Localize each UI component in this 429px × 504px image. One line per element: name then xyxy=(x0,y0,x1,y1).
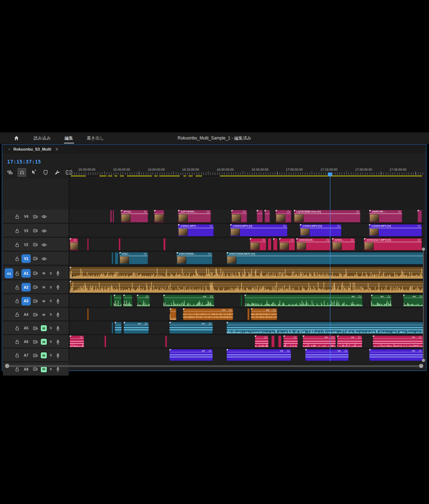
track-target-V1[interactable]: V1 xyxy=(21,254,31,263)
clip-A6-3[interactable]: fx xyxy=(255,336,268,347)
clip-DSCF0005[interactable]: DSCF0005...fx xyxy=(177,252,212,264)
hscroll-right-knob[interactable] xyxy=(419,364,423,368)
mute-button-A2[interactable]: M xyxy=(41,284,47,290)
mute-button-A1[interactable]: M xyxy=(41,270,47,277)
clip-V4-7[interactable] xyxy=(265,210,270,222)
track-target-V2[interactable]: V2 xyxy=(21,240,31,249)
track-lock-icon[interactable] xyxy=(15,285,19,290)
track-lock-icon[interactable] xyxy=(15,339,19,344)
sequence-tab[interactable]: Rokuonbu_S3_Multi xyxy=(14,147,51,151)
sync-lock-icon[interactable] xyxy=(33,285,38,289)
voiceover-mic-icon[interactable] xyxy=(56,271,60,276)
clip-A4-4[interactable]: ◄►fx xyxy=(251,308,277,320)
track-target-A6[interactable]: A6 xyxy=(21,338,31,346)
solo-button-A1[interactable]: S xyxy=(50,271,52,275)
clip-A5-2[interactable]: ◄►fx xyxy=(124,322,149,334)
clip-A3-6[interactable]: ◄►fx1 xyxy=(245,295,363,307)
clip-DSCF0006-MOV-V[interactable]: DSCF0006.MOV [V] xyxy=(227,252,424,264)
track-visibility-eye-icon[interactable] xyxy=(41,257,47,261)
track-lock-icon[interactable] xyxy=(15,353,19,358)
track-target-A2[interactable]: A2 xyxy=(21,283,31,292)
clip-A3-2[interactable]: 1 xyxy=(123,295,132,307)
track-lock-icon[interactable] xyxy=(15,256,19,261)
clip-C0005-MP4-V[interactable]: C0005.MP4 [V]fx xyxy=(369,224,422,236)
panel-menu-icon[interactable]: ≡ xyxy=(55,147,58,152)
clip-A3-1[interactable]: 1 xyxy=(114,295,122,307)
clip-A6-2[interactable] xyxy=(165,336,167,347)
mute-button-A4[interactable]: M xyxy=(41,312,47,318)
nav-edit[interactable]: 編集 xyxy=(64,133,74,143)
home-icon[interactable] xyxy=(14,135,19,141)
mute-button-A7[interactable]: M xyxy=(41,352,47,358)
source-patch-A1[interactable]: A1 xyxy=(5,268,13,278)
vscroll-bar[interactable] xyxy=(423,250,424,360)
mute-button-A6[interactable]: M xyxy=(41,339,47,345)
clip-A6-6[interactable]: fx xyxy=(283,336,298,347)
solo-button-A7[interactable]: S xyxy=(50,353,52,357)
sync-lock-icon[interactable] xyxy=(33,256,38,261)
sync-lock-icon[interactable] xyxy=(33,299,38,303)
track-lock-icon[interactable] xyxy=(15,214,19,219)
clip-DSC[interactable]: DSC..fx xyxy=(119,252,148,264)
clip-A5-3[interactable]: ◄►fx xyxy=(169,322,213,334)
nav-import[interactable]: 読み込み xyxy=(33,133,52,143)
clip-A6-5[interactable] xyxy=(278,336,281,347)
clip-A5-0[interactable] xyxy=(112,322,113,334)
voiceover-mic-icon[interactable] xyxy=(56,312,60,317)
mute-button-A5[interactable]: M xyxy=(41,325,47,331)
playhead-timecode[interactable]: 17:15:37:15 xyxy=(7,159,41,165)
clip-V2-2[interactable] xyxy=(119,238,120,250)
clip-A3-3[interactable]: fx1 xyxy=(137,295,150,307)
clip-V2-3[interactable] xyxy=(163,238,166,250)
solo-button-A5[interactable]: S xyxy=(50,326,52,330)
clip-V2-0[interactable]: fx xyxy=(70,238,78,250)
track-lock-icon[interactable] xyxy=(15,326,19,331)
clip-A3-7[interactable]: ◄►fx xyxy=(371,295,391,307)
solo-button-A4[interactable]: S xyxy=(50,313,52,316)
sync-lock-icon[interactable] xyxy=(33,243,38,247)
hscroll-left-knob[interactable] xyxy=(5,364,9,368)
clip-A6-7[interactable]: ◄►fx xyxy=(303,336,336,347)
voiceover-mic-icon[interactable] xyxy=(56,285,60,290)
clip-A3-0[interactable] xyxy=(110,295,112,307)
sync-lock-icon[interactable] xyxy=(33,229,38,233)
clip-A7-3[interactable]: ◄►fx xyxy=(369,349,423,361)
clip-A7-2[interactable]: ◄►fx xyxy=(305,349,349,361)
clip-JFGU[interactable]: JFGU..fx xyxy=(121,210,148,222)
snap-toggle-icon[interactable] xyxy=(18,168,26,177)
clip-A7-1[interactable]: ◄►fx xyxy=(227,349,291,361)
clip-V2-7[interactable]: fx xyxy=(279,238,295,250)
clip-A6-8[interactable]: ◄►fx xyxy=(337,336,362,347)
clip-A5-4[interactable] xyxy=(227,322,424,334)
clip-A4-1[interactable] xyxy=(170,308,176,320)
clip-V4-6[interactable] xyxy=(257,210,263,222)
track-lock-icon[interactable] xyxy=(15,299,19,303)
clip-A3-4[interactable]: ◄►fx1 xyxy=(163,295,214,307)
clip-V4-3[interactable] xyxy=(154,210,164,222)
clip-GX01[interactable]: GX01..fx xyxy=(332,238,355,250)
track-target-V3[interactable]: V3 xyxy=(21,226,31,235)
track-target-A3[interactable]: A3 xyxy=(21,297,31,305)
clip-V2-6[interactable] xyxy=(273,238,277,250)
solo-button-A3[interactable]: S xyxy=(50,299,52,303)
track-lock-icon[interactable] xyxy=(15,229,19,233)
horizontal-zoom-scrollbar[interactable] xyxy=(5,363,423,369)
clip-V4-11[interactable] xyxy=(418,210,422,222)
sync-lock-icon[interactable] xyxy=(33,340,38,344)
clip-GX010115[interactable]: GX010115..fx xyxy=(296,238,331,250)
track-visibility-eye-icon[interactable] xyxy=(41,243,47,247)
playhead-line[interactable] xyxy=(330,177,330,361)
track-lock-icon[interactable] xyxy=(15,243,19,247)
clip-V2-4[interactable]: fx xyxy=(250,238,266,250)
track-lock-icon[interactable] xyxy=(15,271,19,276)
clip-A6-1[interactable] xyxy=(104,336,106,347)
clip-JWRX49[interactable]: JWRX49...fx xyxy=(369,210,402,222)
clip-A3-8[interactable]: ◄►fx1 xyxy=(403,295,424,307)
solo-button-A6[interactable]: S xyxy=(50,340,52,343)
clip-C0003-MP4-V[interactable]: C0003.MP4 [V]fx xyxy=(230,224,287,236)
clip-V4-0[interactable] xyxy=(110,210,112,222)
clip-A1-0[interactable]: 1 xyxy=(70,267,424,279)
sync-lock-icon[interactable] xyxy=(33,271,38,275)
clip-A6-4[interactable] xyxy=(271,336,275,347)
voiceover-mic-icon[interactable] xyxy=(56,353,60,358)
